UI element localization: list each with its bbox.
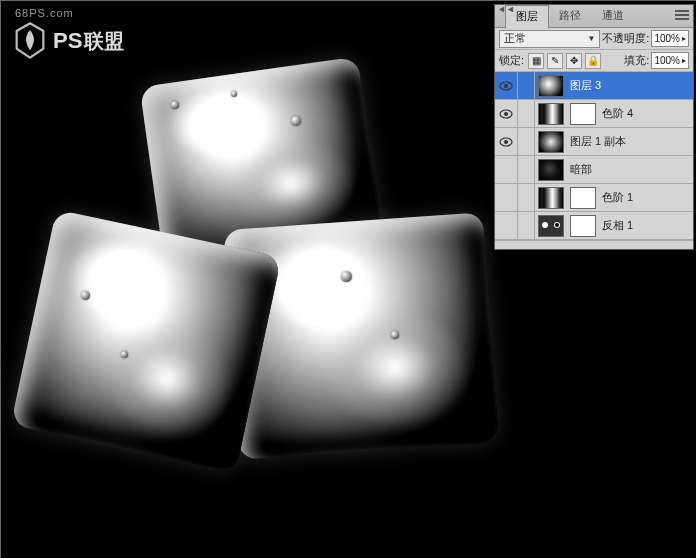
opacity-input[interactable]: 100%▸ bbox=[651, 30, 689, 47]
link-column[interactable] bbox=[518, 100, 535, 127]
tab-channels[interactable]: 通道 bbox=[592, 5, 635, 27]
panel-menu-icon[interactable] bbox=[675, 9, 689, 23]
visibility-toggle[interactable] bbox=[495, 72, 518, 99]
adjustment-thumbnail[interactable] bbox=[538, 215, 564, 237]
visibility-toggle[interactable] bbox=[495, 128, 518, 155]
mask-thumbnail[interactable] bbox=[570, 215, 596, 237]
link-column[interactable] bbox=[518, 212, 535, 239]
layer-thumbnail[interactable] bbox=[538, 75, 564, 97]
fill-input[interactable]: 100%▸ bbox=[651, 52, 689, 69]
visibility-toggle[interactable] bbox=[495, 100, 518, 127]
layer-name[interactable]: 色阶 1 bbox=[602, 190, 633, 205]
ice-cube bbox=[11, 209, 282, 472]
layers-panel: ◄◄ 图层 路径 通道 正常 ▼ 不透明度: 100%▸ 锁定: ▦ ✎ bbox=[494, 4, 694, 250]
svg-point-8 bbox=[504, 140, 508, 144]
adjustment-thumbnail[interactable] bbox=[538, 187, 564, 209]
link-column[interactable] bbox=[518, 156, 535, 183]
app-window: 68PS.com PS 联盟 bbox=[0, 0, 696, 558]
watermark: 68PS.com PS 联盟 bbox=[13, 7, 124, 61]
layer-row[interactable]: 图层 3 bbox=[495, 72, 693, 100]
lock-position-icon[interactable]: ✥ bbox=[566, 53, 582, 69]
layer-name[interactable]: 图层 3 bbox=[570, 78, 601, 93]
layer-row[interactable]: 反相 1 bbox=[495, 212, 693, 240]
layer-row[interactable]: 色阶 1 bbox=[495, 184, 693, 212]
canvas-content bbox=[31, 71, 481, 471]
layer-name[interactable]: 反相 1 bbox=[602, 218, 633, 233]
layer-row[interactable]: 暗部 bbox=[495, 156, 693, 184]
lock-label: 锁定: bbox=[499, 53, 524, 68]
mask-thumbnail[interactable] bbox=[570, 187, 596, 209]
svg-rect-0 bbox=[675, 10, 689, 12]
svg-point-6 bbox=[504, 112, 508, 116]
layer-name[interactable]: 图层 1 副本 bbox=[570, 134, 626, 149]
watermark-brand-en: PS bbox=[53, 28, 82, 54]
chevron-down-icon: ▼ bbox=[587, 34, 595, 43]
svg-rect-1 bbox=[675, 14, 689, 16]
watermark-url: 68PS.com bbox=[15, 7, 124, 19]
adjustment-thumbnail[interactable] bbox=[538, 103, 564, 125]
panel-footer bbox=[495, 240, 693, 249]
mask-thumbnail[interactable] bbox=[570, 103, 596, 125]
layers-list: 图层 3 色阶 4 图层 1 副本 暗部 bbox=[495, 72, 693, 240]
visibility-toggle[interactable] bbox=[495, 212, 518, 239]
layer-thumbnail[interactable] bbox=[538, 131, 564, 153]
chevron-icon: ▸ bbox=[682, 34, 686, 43]
layer-row[interactable]: 图层 1 副本 bbox=[495, 128, 693, 156]
lock-pixels-icon[interactable]: ✎ bbox=[547, 53, 563, 69]
watermark-brand-cn: 联盟 bbox=[84, 28, 124, 55]
link-column[interactable] bbox=[518, 72, 535, 99]
chevron-icon: ▸ bbox=[682, 56, 686, 65]
tab-paths[interactable]: 路径 bbox=[549, 5, 592, 27]
link-column[interactable] bbox=[518, 128, 535, 155]
collapse-icon[interactable]: ◄◄ bbox=[497, 4, 515, 14]
visibility-toggle[interactable] bbox=[495, 184, 518, 211]
panel-tabs: ◄◄ 图层 路径 通道 bbox=[495, 5, 693, 28]
svg-point-4 bbox=[504, 84, 508, 88]
visibility-toggle[interactable] bbox=[495, 156, 518, 183]
link-column[interactable] bbox=[518, 184, 535, 211]
opacity-label: 不透明度: bbox=[602, 31, 649, 46]
blend-mode-dropdown[interactable]: 正常 ▼ bbox=[499, 30, 600, 48]
layer-name[interactable]: 暗部 bbox=[570, 162, 592, 177]
lock-all-icon[interactable]: 🔒 bbox=[585, 53, 601, 69]
flame-logo-icon bbox=[13, 21, 47, 61]
lock-transparent-icon[interactable]: ▦ bbox=[528, 53, 544, 69]
layer-name[interactable]: 色阶 4 bbox=[602, 106, 633, 121]
svg-rect-2 bbox=[675, 18, 689, 20]
fill-label: 填充: bbox=[624, 53, 649, 68]
blend-opacity-row: 正常 ▼ 不透明度: 100%▸ bbox=[495, 28, 693, 50]
lock-fill-row: 锁定: ▦ ✎ ✥ 🔒 填充: 100%▸ bbox=[495, 50, 693, 72]
lock-buttons: ▦ ✎ ✥ 🔒 bbox=[528, 53, 601, 69]
layer-row[interactable]: 色阶 4 bbox=[495, 100, 693, 128]
layer-thumbnail[interactable] bbox=[538, 159, 564, 181]
